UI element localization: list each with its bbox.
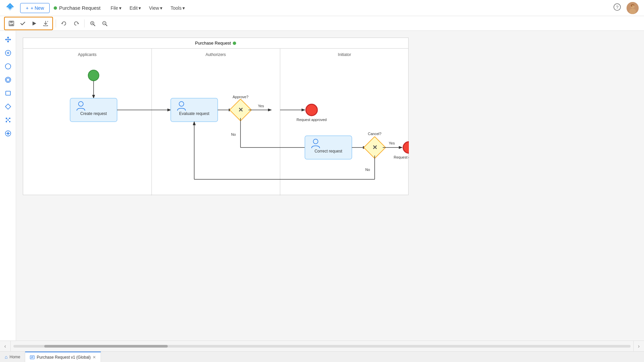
new-label: + New [31,5,44,11]
menu-tools[interactable]: Tools ▾ [167,3,188,13]
svg-text:Initiator: Initiator [338,52,351,57]
new-button[interactable]: + + New [20,3,50,13]
redo-button[interactable] [71,18,82,29]
svg-text:✕: ✕ [372,144,377,151]
svg-rect-27 [6,91,10,95]
svg-point-5 [629,9,636,14]
tab-close-button[interactable]: ✕ [93,355,96,359]
svg-line-20 [106,24,107,26]
svg-text:No: No [365,168,370,172]
chevron-down-icon: ▾ [160,5,162,11]
svg-rect-8 [10,21,13,23]
menu-view[interactable]: View ▾ [146,3,166,13]
tab-purchase-request[interactable]: Purchase Request v1 (Global) ✕ [25,352,101,362]
home-icon: ⌂ [5,354,7,360]
scrollbar-track [13,345,631,348]
svg-point-6 [631,5,632,7]
chevron-down-icon: ▾ [139,5,141,11]
tab-home[interactable]: ⌂ Home [0,352,25,362]
help-icon[interactable]: ? [613,3,621,13]
bottom-scrollbar-bar: ‹ › [0,341,644,351]
add-element-button[interactable] [2,127,14,139]
ring-tool-button[interactable] [2,74,14,86]
tabs-bar: ⌂ Home Purchase Request v1 (Global) ✕ [0,351,644,362]
app-logo-icon [5,2,15,14]
zoom-out-button[interactable] [99,18,110,29]
toolbar-separator [56,19,56,27]
svg-line-17 [94,24,95,26]
save-button[interactable] [6,18,17,29]
svg-text:Correct request: Correct request [315,149,342,154]
svg-text:No: No [231,132,236,136]
process-status-dot [54,6,57,10]
navbar: + + New Purchase Request File ▾ Edit ▾ V… [0,0,644,16]
svg-point-45 [88,70,99,81]
svg-text:Applicants: Applicants [78,52,96,57]
process-title: Purchase Request [54,5,100,11]
circle-tool-button[interactable] [2,60,14,72]
move-tool-button[interactable] [2,34,14,46]
svg-text:Create request: Create request [80,111,107,116]
chart-tool-button[interactable] [2,114,14,126]
process-tab-icon [30,355,35,360]
svg-marker-28 [5,104,11,109]
svg-marker-13 [78,22,79,24]
menu-file[interactable]: File ▾ [107,3,125,13]
add-circle-button[interactable] [2,47,14,59]
svg-marker-11 [33,21,36,25]
toolbar-main-group [4,17,53,30]
svg-text:Evaluate request: Evaluate request [179,111,210,116]
scrollbar-thumb[interactable] [44,345,168,348]
chevron-down-icon: ▾ [182,5,185,11]
horizontal-scrollbar[interactable] [11,341,633,351]
svg-point-30 [7,119,9,121]
menu-edit[interactable]: Edit ▾ [126,3,144,13]
svg-text:Request approved: Request approved [297,118,327,122]
toolbar [0,16,644,31]
scroll-left-button[interactable]: ‹ [0,341,11,351]
nav-right: ? [613,2,639,14]
svg-text:?: ? [616,5,618,10]
scroll-right-button[interactable]: › [633,341,644,351]
plus-icon: + [26,5,29,11]
svg-point-75 [403,142,409,153]
canvas-area[interactable]: Purchase Request Applicants Authorizers … [16,31,644,341]
tab-home-label: Home [9,355,20,359]
tab-purchase-request-label: Purchase Request v1 (Global) [37,355,91,360]
user-avatar[interactable] [627,2,639,14]
svg-rect-10 [10,24,11,25]
left-toolbar [0,31,16,341]
chevron-down-icon: ▾ [119,5,121,11]
svg-point-0 [9,6,11,8]
svg-text:Authorizers: Authorizers [206,52,226,57]
svg-text:Approve?: Approve? [232,95,248,99]
diamond-tool-button[interactable] [2,101,14,113]
toolbar-separator-2 [84,19,85,27]
main-area: Purchase Request Applicants Authorizers … [0,31,644,341]
svg-point-31 [9,121,10,122]
rect-tool-button[interactable] [2,87,14,99]
svg-point-61 [306,104,317,116]
svg-point-26 [6,78,10,81]
export-button[interactable] [40,18,51,29]
svg-text:✕: ✕ [238,107,243,113]
nav-menu: File ▾ Edit ▾ View ▾ Tools ▾ [107,3,188,13]
bpmn-diagram[interactable]: Purchase Request Applicants Authorizers … [23,38,409,195]
svg-text:Yes: Yes [258,104,264,108]
svg-text:Request cancelled: Request cancelled [394,155,409,159]
svg-text:Cancel?: Cancel? [368,132,381,136]
run-button[interactable] [29,18,40,29]
svg-point-24 [5,64,11,69]
svg-text:Yes: Yes [389,141,395,145]
zoom-in-button[interactable] [87,18,98,29]
check-button[interactable] [17,18,28,29]
svg-marker-12 [61,22,62,24]
undo-button[interactable] [59,18,69,29]
pool-title: Purchase Request [195,41,231,46]
